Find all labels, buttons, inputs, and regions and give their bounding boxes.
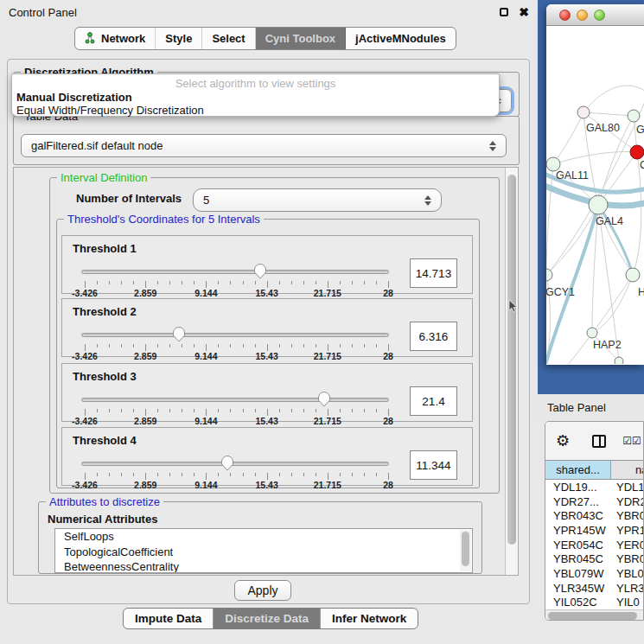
- tick-mark: [194, 473, 194, 476]
- tick-label: -3.426: [72, 480, 98, 490]
- tab-style[interactable]: Style: [156, 28, 202, 49]
- minimize-window-icon[interactable]: [577, 10, 588, 21]
- table-toolbar: ⚙ ☑☑: [545, 422, 643, 460]
- tick-mark: [243, 473, 244, 476]
- tick-mark: [97, 409, 98, 412]
- tab-infer-network[interactable]: Infer Network: [321, 609, 418, 628]
- threshold-label: Threshold 1: [73, 242, 137, 255]
- node-label: GAL: [636, 124, 644, 136]
- tab-discretize-data[interactable]: Discretize Data: [214, 609, 321, 628]
- slider-thumb-icon[interactable]: [220, 455, 234, 472]
- threshold-value-field[interactable]: 14.713: [410, 258, 457, 288]
- network-node[interactable]: [630, 145, 644, 159]
- slider-tick-labels: -3.4262.8599.14415.4321.71528: [85, 480, 388, 490]
- zoom-window-icon[interactable]: [594, 10, 605, 21]
- threshold-slider[interactable]: [81, 325, 389, 344]
- tab-cyni-toolbox[interactable]: Cyni Toolbox: [256, 28, 346, 49]
- number-of-intervals-spinner[interactable]: 5: [193, 188, 442, 212]
- table-row[interactable]: YDR27...YDR2: [545, 494, 643, 509]
- slider-thumb-icon[interactable]: [253, 263, 267, 280]
- tick-mark: [121, 473, 122, 476]
- float-panel-icon[interactable]: [500, 8, 508, 16]
- table-row[interactable]: YBR045CYBR0: [545, 552, 643, 566]
- tick-label: 28: [383, 288, 393, 298]
- threshold-value-field[interactable]: 6.316: [410, 322, 457, 351]
- threshold-slider[interactable]: [81, 454, 389, 473]
- network-node[interactable]: [577, 106, 590, 118]
- table-row[interactable]: YPR145WYPR1: [545, 523, 643, 538]
- tick-label: 15.43: [255, 480, 277, 490]
- close-icon[interactable]: ✖: [519, 8, 529, 16]
- network-node[interactable]: [628, 110, 640, 122]
- table-row[interactable]: YBR043CYBR0: [545, 508, 643, 523]
- settings-scrollbar-thumb[interactable]: [507, 175, 516, 545]
- column-header-name[interactable]: na: [611, 461, 643, 479]
- apply-button[interactable]: Apply: [234, 580, 291, 601]
- table-body: YDL19...YDL1YDR27...YDR2YBR043CYBR0YPR14…: [545, 480, 643, 609]
- tab-network[interactable]: Network: [75, 28, 156, 49]
- network-node[interactable]: [626, 268, 640, 282]
- table-horizontal-scrollbar[interactable]: [545, 609, 643, 621]
- attribute-list-item[interactable]: TopologicalCoefficient: [55, 545, 472, 560]
- panel-title: Control Panel: [9, 6, 77, 19]
- attributes-to-discretize-group: Attributes to discretize Numerical Attri…: [38, 501, 482, 574]
- algorithm-option[interactable]: Manual Discretization: [12, 91, 499, 104]
- tick-mark: [376, 281, 377, 284]
- network-node[interactable]: [615, 357, 623, 364]
- threshold-slider[interactable]: [81, 390, 389, 409]
- algorithm-placeholder-option: Select algorithm to view settings: [12, 77, 499, 91]
- gear-icon[interactable]: ⚙: [556, 433, 570, 449]
- tab-select[interactable]: Select: [202, 28, 255, 49]
- network-node[interactable]: [587, 328, 597, 338]
- threshold-label: Threshold 3: [73, 370, 137, 383]
- table-row[interactable]: YIL052CYIL0: [545, 596, 643, 610]
- tick-mark: [328, 281, 328, 288]
- settings-scrollbar[interactable]: [505, 168, 518, 575]
- tick-mark: [388, 344, 389, 351]
- table-row[interactable]: YER054CYER0: [545, 538, 643, 552]
- threshold-value-field[interactable]: 21.4: [410, 386, 457, 416]
- tick-mark: [169, 281, 170, 284]
- tick-label: 21.715: [314, 288, 341, 298]
- network-edge: [583, 112, 634, 116]
- screen: Control Panel ✖ NetworkStyleSelectCyni T…: [0, 0, 644, 644]
- tick-mark: [121, 344, 122, 348]
- tick-mark: [352, 344, 353, 348]
- table-row[interactable]: YLR345WYLR3: [545, 581, 643, 596]
- attribute-list-item[interactable]: SelfLoops: [55, 529, 472, 545]
- table-panel-titlebar: Table Panel: [538, 394, 644, 421]
- threshold-value-field[interactable]: 11.344: [410, 450, 457, 480]
- select-columns-icon[interactable]: ☑☑: [622, 435, 641, 447]
- table-hscroll-thumb[interactable]: [548, 612, 637, 620]
- threshold-slider[interactable]: [81, 262, 389, 281]
- tick-mark: [133, 281, 134, 284]
- tab-jactivemnodules[interactable]: jActiveMNodules: [346, 28, 456, 49]
- network-node[interactable]: [589, 195, 608, 214]
- slider-track: [81, 462, 389, 466]
- attributes-list-scrollbar[interactable]: [460, 530, 471, 571]
- cyni-toolbox-panel: Discretization Algorithm Select algorith…: [7, 59, 530, 604]
- slider-thumb-icon[interactable]: [317, 391, 331, 408]
- tick-label: 9.144: [194, 288, 217, 298]
- table-row[interactable]: YDL19...YDL1: [545, 480, 643, 494]
- table-row[interactable]: YBL079WYBL0: [545, 566, 643, 581]
- split-view-icon[interactable]: [592, 435, 606, 448]
- attribute-list-item[interactable]: BetweennessCentrality: [55, 559, 472, 573]
- network-node[interactable]: [546, 269, 552, 281]
- algorithm-option[interactable]: Equal Width/Frequency Discretization: [12, 104, 499, 117]
- slider-thumb-icon[interactable]: [172, 326, 186, 343]
- tab-impute-data[interactable]: Impute Data: [124, 609, 214, 628]
- cell-shared-name: YBR043C: [545, 509, 611, 522]
- tick-mark: [243, 409, 244, 412]
- column-header-shared-name[interactable]: shared...: [545, 461, 611, 479]
- tick-mark: [182, 281, 182, 284]
- table-panel-card: ⚙ ☑☑ shared... na YDL19...YDL1YDR27...YD…: [545, 421, 644, 621]
- tick-mark: [376, 473, 377, 476]
- close-window-icon[interactable]: [559, 10, 571, 21]
- table-data-combo[interactable]: galFiltered.sif default node: [21, 134, 507, 157]
- control-panel-titlebar: Control Panel ✖: [0, 0, 538, 24]
- tick-label: 28: [383, 351, 393, 361]
- number-of-intervals-label: Number of Intervals: [76, 192, 182, 205]
- network-window-titlebar[interactable]: [546, 4, 644, 26]
- network-canvas[interactable]: GAL80GALCGAL11GAL4GCY1HHAP2: [546, 26, 644, 364]
